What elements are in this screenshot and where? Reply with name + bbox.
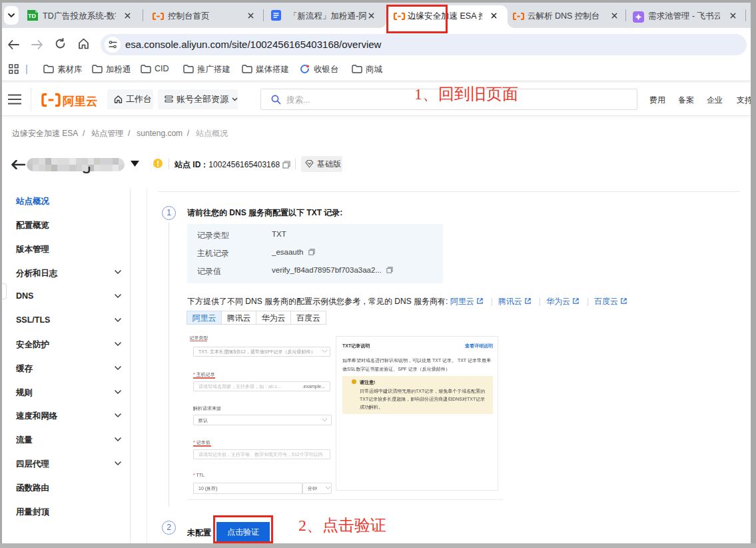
svg-text:TD: TD bbox=[28, 13, 36, 19]
svg-text:阿里云: 阿里云 bbox=[63, 95, 98, 107]
